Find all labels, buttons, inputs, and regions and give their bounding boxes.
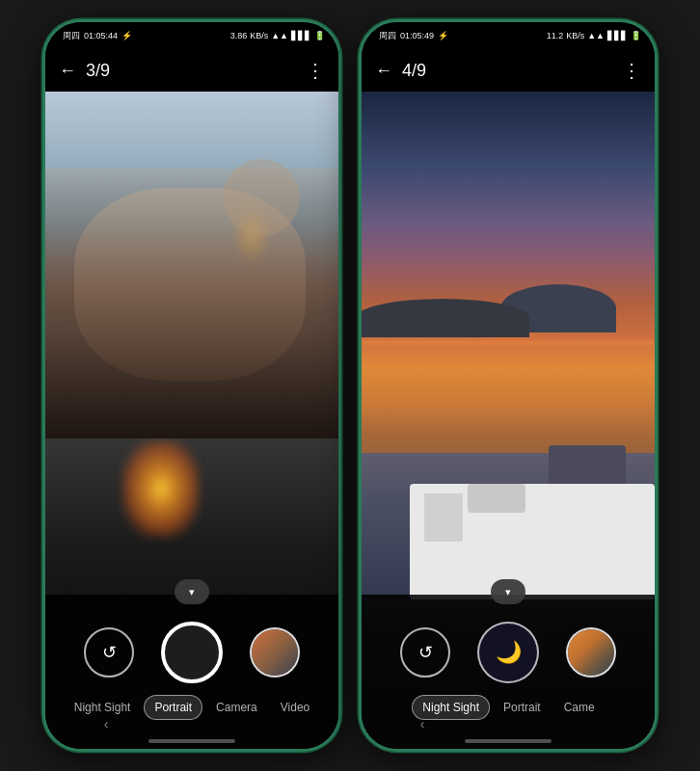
night-sight-shutter-button[interactable]: 🌙	[477, 622, 539, 683]
battery-icon-2: 🔋	[631, 31, 641, 40]
mode-portrait-1[interactable]: Portrait	[144, 695, 202, 720]
camera-buttons-2: ↺ 🌙	[400, 622, 616, 683]
network-speed-1: 3.86	[230, 31, 248, 40]
mode-camera-2[interactable]: Came	[554, 696, 605, 719]
expand-button-2[interactable]: ▾	[491, 579, 525, 604]
status-bar-2: 周四 01:05:49 ⚡ 11.2 KB/s ▲▲ ▋▋▋ 🔋	[362, 22, 655, 49]
status-left-2: 周四 01:05:49 ⚡	[379, 30, 448, 42]
camera-controls-1: ▾ ↺ Night Sight Portrait Camera Video	[45, 595, 338, 749]
status-bar-1: 周四 01:05:44 ⚡ 3.86 KB/s ▲▲ ▋▋▋ 🔋	[45, 22, 338, 49]
weekday-2: 周四	[379, 30, 396, 42]
weekday-1: 周四	[63, 30, 80, 42]
thumbnail-image-2	[568, 629, 614, 676]
phone-2-frame: 周四 01:05:49 ⚡ 11.2 KB/s ▲▲ ▋▋▋ 🔋 ← 4/9 ⋮	[359, 19, 658, 752]
home-indicator-1	[148, 739, 235, 743]
mode-tabs-2: Night Sight Portrait Came	[404, 695, 611, 720]
photo-counter-1: 3/9	[86, 61, 306, 81]
photo-counter-2: 4/9	[402, 61, 622, 81]
mode-tabs-1: Night Sight Portrait Camera Video	[57, 695, 328, 720]
thumbnail-button-1[interactable]	[250, 627, 300, 678]
mode-video-1[interactable]: Video	[271, 696, 319, 719]
status-right-1: 3.86 KB/s ▲▲ ▋▋▋ 🔋	[230, 31, 325, 40]
thumbnail-button-2[interactable]	[566, 627, 616, 678]
camera-buttons-1: ↺	[84, 622, 300, 683]
signal-icon-1: ▋▋▋	[291, 31, 311, 40]
nav-bar-2: ← 4/9 ⋮	[362, 49, 655, 92]
moon-icon: 🌙	[496, 640, 522, 665]
photo-area-1: ▾ ↺ Night Sight Portrait Camera Video	[45, 92, 338, 749]
back-button-1[interactable]: ←	[59, 61, 76, 81]
network-unit-1: KB/s	[250, 31, 268, 40]
white-building	[410, 484, 655, 599]
mode-portrait-2[interactable]: Portrait	[494, 696, 551, 719]
expand-button-1[interactable]: ▾	[175, 579, 209, 604]
back-button-2[interactable]: ←	[375, 61, 392, 81]
bolt-icon-2: ⚡	[438, 31, 448, 40]
bottom-back-2[interactable]: ‹	[420, 716, 425, 731]
mode-camera-1[interactable]: Camera	[206, 696, 267, 719]
network-unit-2: KB/s	[566, 31, 584, 40]
time-1: 01:05:44	[84, 31, 118, 40]
sparkler-bottom-1	[122, 440, 200, 537]
flip-camera-button-1[interactable]: ↺	[84, 627, 134, 678]
network-speed-2: 11.2	[547, 31, 564, 40]
camera-controls-2: ▾ ↺ 🌙 Night Sight Portrait Came	[362, 595, 655, 749]
shutter-button-1[interactable]	[161, 622, 223, 683]
photo-area-2: ▾ ↺ 🌙 Night Sight Portrait Came	[362, 92, 655, 749]
signal-icon-2: ▋▋▋	[607, 31, 628, 40]
home-indicator-2	[465, 739, 552, 743]
thumbnail-image-1	[252, 629, 298, 676]
phone-1: 周四 01:05:44 ⚡ 3.86 KB/s ▲▲ ▋▋▋ 🔋 ← 3/9 ⋮	[42, 19, 341, 752]
island-2	[362, 299, 529, 337]
time-2: 01:05:49	[400, 31, 434, 40]
status-left-1: 周四 01:05:44 ⚡	[63, 30, 132, 42]
mode-night-sight-1[interactable]: Night Sight	[65, 696, 141, 719]
bolt-icon-1: ⚡	[121, 31, 132, 40]
more-button-1[interactable]: ⋮	[306, 59, 325, 82]
flip-camera-button-2[interactable]: ↺	[400, 627, 450, 678]
battery-icon-1: 🔋	[314, 31, 325, 40]
more-button-2[interactable]: ⋮	[622, 59, 641, 82]
wifi-icon-2: ▲▲	[587, 31, 605, 40]
phone-2: 周四 01:05:49 ⚡ 11.2 KB/s ▲▲ ▋▋▋ 🔋 ← 4/9 ⋮	[359, 19, 658, 752]
wifi-icon-1: ▲▲	[271, 31, 288, 40]
status-right-2: 11.2 KB/s ▲▲ ▋▋▋ 🔋	[547, 31, 641, 40]
rotate-icon-2: ↺	[418, 642, 433, 663]
nav-bar-1: ← 3/9 ⋮	[45, 49, 338, 92]
phone-1-frame: 周四 01:05:44 ⚡ 3.86 KB/s ▲▲ ▋▋▋ 🔋 ← 3/9 ⋮	[42, 19, 341, 752]
bottom-back-1[interactable]: ‹	[104, 716, 109, 731]
rotate-icon-1: ↺	[102, 642, 117, 663]
